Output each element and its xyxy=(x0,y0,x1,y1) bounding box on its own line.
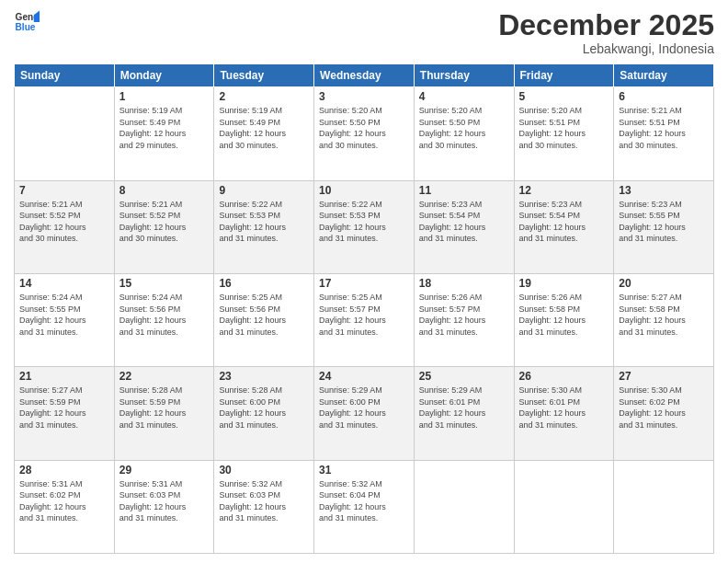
cell-info: Sunrise: 5:21 AM Sunset: 5:52 PM Dayligh… xyxy=(119,199,210,245)
cell-info: Sunrise: 5:29 AM Sunset: 6:01 PM Dayligh… xyxy=(419,385,509,431)
calendar-cell: 3Sunrise: 5:20 AM Sunset: 5:50 PM Daylig… xyxy=(314,87,415,180)
day-number: 28 xyxy=(19,464,109,477)
cell-info: Sunrise: 5:27 AM Sunset: 5:58 PM Dayligh… xyxy=(619,292,709,338)
week-row-2: 7Sunrise: 5:21 AM Sunset: 5:52 PM Daylig… xyxy=(15,180,714,273)
col-saturday: Saturday xyxy=(614,64,714,87)
calendar-cell: 17Sunrise: 5:25 AM Sunset: 5:57 PM Dayli… xyxy=(314,273,415,366)
cell-info: Sunrise: 5:20 AM Sunset: 5:50 PM Dayligh… xyxy=(319,105,409,151)
cell-info: Sunrise: 5:32 AM Sunset: 6:04 PM Dayligh… xyxy=(319,478,409,524)
calendar-cell: 19Sunrise: 5:26 AM Sunset: 5:58 PM Dayli… xyxy=(514,273,614,366)
calendar-cell: 23Sunrise: 5:28 AM Sunset: 6:00 PM Dayli… xyxy=(214,367,314,460)
calendar-cell xyxy=(15,87,115,180)
calendar-cell: 18Sunrise: 5:26 AM Sunset: 5:57 PM Dayli… xyxy=(414,273,514,366)
header: General Blue December 2025 Lebakwangi, I… xyxy=(14,9,714,56)
cell-info: Sunrise: 5:23 AM Sunset: 5:55 PM Dayligh… xyxy=(619,199,709,245)
day-number: 16 xyxy=(219,277,309,290)
cell-info: Sunrise: 5:26 AM Sunset: 5:58 PM Dayligh… xyxy=(519,292,609,338)
day-number: 25 xyxy=(419,370,509,383)
month-title: December 2025 xyxy=(498,9,714,41)
calendar-cell xyxy=(614,460,714,553)
col-tuesday: Tuesday xyxy=(214,64,314,87)
cell-info: Sunrise: 5:29 AM Sunset: 6:00 PM Dayligh… xyxy=(319,385,409,431)
day-number: 27 xyxy=(619,370,709,383)
cell-info: Sunrise: 5:21 AM Sunset: 5:52 PM Dayligh… xyxy=(19,199,109,245)
cell-info: Sunrise: 5:23 AM Sunset: 5:54 PM Dayligh… xyxy=(519,199,609,245)
day-number: 31 xyxy=(319,464,409,477)
calendar-cell: 31Sunrise: 5:32 AM Sunset: 6:04 PM Dayli… xyxy=(314,460,415,553)
col-monday: Monday xyxy=(114,64,214,87)
title-block: December 2025 Lebakwangi, Indonesia xyxy=(498,9,714,56)
calendar-table: Sunday Monday Tuesday Wednesday Thursday… xyxy=(14,63,714,554)
logo: General Blue xyxy=(14,9,40,35)
calendar-cell: 2Sunrise: 5:19 AM Sunset: 5:49 PM Daylig… xyxy=(214,87,314,180)
cell-info: Sunrise: 5:25 AM Sunset: 5:57 PM Dayligh… xyxy=(319,292,409,338)
day-number: 2 xyxy=(219,90,309,103)
day-number: 22 xyxy=(119,370,210,383)
week-row-4: 21Sunrise: 5:27 AM Sunset: 5:59 PM Dayli… xyxy=(15,367,714,460)
calendar-cell: 29Sunrise: 5:31 AM Sunset: 6:03 PM Dayli… xyxy=(114,460,214,553)
week-row-5: 28Sunrise: 5:31 AM Sunset: 6:02 PM Dayli… xyxy=(15,460,714,553)
cell-info: Sunrise: 5:24 AM Sunset: 5:56 PM Dayligh… xyxy=(119,292,210,338)
day-number: 24 xyxy=(319,370,409,383)
cell-info: Sunrise: 5:20 AM Sunset: 5:50 PM Dayligh… xyxy=(419,105,509,151)
cell-info: Sunrise: 5:24 AM Sunset: 5:55 PM Dayligh… xyxy=(19,292,109,338)
calendar-cell: 27Sunrise: 5:30 AM Sunset: 6:02 PM Dayli… xyxy=(614,367,714,460)
col-thursday: Thursday xyxy=(414,64,514,87)
day-number: 3 xyxy=(319,90,409,103)
cell-info: Sunrise: 5:32 AM Sunset: 6:03 PM Dayligh… xyxy=(219,478,309,524)
calendar-cell xyxy=(414,460,514,553)
calendar-cell: 16Sunrise: 5:25 AM Sunset: 5:56 PM Dayli… xyxy=(214,273,314,366)
cell-info: Sunrise: 5:28 AM Sunset: 5:59 PM Dayligh… xyxy=(119,385,210,431)
calendar-cell: 13Sunrise: 5:23 AM Sunset: 5:55 PM Dayli… xyxy=(614,180,714,273)
calendar-cell: 25Sunrise: 5:29 AM Sunset: 6:01 PM Dayli… xyxy=(414,367,514,460)
calendar-cell: 20Sunrise: 5:27 AM Sunset: 5:58 PM Dayli… xyxy=(614,273,714,366)
day-number: 20 xyxy=(619,277,709,290)
calendar-cell: 11Sunrise: 5:23 AM Sunset: 5:54 PM Dayli… xyxy=(414,180,514,273)
day-number: 19 xyxy=(519,277,609,290)
cell-info: Sunrise: 5:22 AM Sunset: 5:53 PM Dayligh… xyxy=(219,199,309,245)
calendar-cell: 28Sunrise: 5:31 AM Sunset: 6:02 PM Dayli… xyxy=(15,460,115,553)
week-row-1: 1Sunrise: 5:19 AM Sunset: 5:49 PM Daylig… xyxy=(15,87,714,180)
day-number: 13 xyxy=(619,184,709,197)
calendar-cell: 5Sunrise: 5:20 AM Sunset: 5:51 PM Daylig… xyxy=(514,87,614,180)
col-wednesday: Wednesday xyxy=(314,64,415,87)
calendar-cell xyxy=(514,460,614,553)
cell-info: Sunrise: 5:19 AM Sunset: 5:49 PM Dayligh… xyxy=(119,105,210,151)
calendar-cell: 7Sunrise: 5:21 AM Sunset: 5:52 PM Daylig… xyxy=(15,180,115,273)
cell-info: Sunrise: 5:20 AM Sunset: 5:51 PM Dayligh… xyxy=(519,105,609,151)
day-number: 30 xyxy=(219,464,309,477)
day-number: 6 xyxy=(619,90,709,103)
week-row-3: 14Sunrise: 5:24 AM Sunset: 5:55 PM Dayli… xyxy=(15,273,714,366)
day-number: 21 xyxy=(19,370,109,383)
day-number: 15 xyxy=(119,277,210,290)
day-number: 12 xyxy=(519,184,609,197)
svg-text:Blue: Blue xyxy=(16,22,36,32)
day-number: 9 xyxy=(219,184,309,197)
day-number: 5 xyxy=(519,90,609,103)
calendar-cell: 12Sunrise: 5:23 AM Sunset: 5:54 PM Dayli… xyxy=(514,180,614,273)
calendar-cell: 26Sunrise: 5:30 AM Sunset: 6:01 PM Dayli… xyxy=(514,367,614,460)
calendar-cell: 24Sunrise: 5:29 AM Sunset: 6:00 PM Dayli… xyxy=(314,367,415,460)
day-number: 23 xyxy=(219,370,309,383)
day-number: 10 xyxy=(319,184,409,197)
day-number: 14 xyxy=(19,277,109,290)
day-number: 18 xyxy=(419,277,509,290)
day-number: 29 xyxy=(119,464,210,477)
cell-info: Sunrise: 5:26 AM Sunset: 5:57 PM Dayligh… xyxy=(419,292,509,338)
cell-info: Sunrise: 5:27 AM Sunset: 5:59 PM Dayligh… xyxy=(19,385,109,431)
day-number: 11 xyxy=(419,184,509,197)
header-row: Sunday Monday Tuesday Wednesday Thursday… xyxy=(15,64,714,87)
calendar-cell: 9Sunrise: 5:22 AM Sunset: 5:53 PM Daylig… xyxy=(214,180,314,273)
cell-info: Sunrise: 5:22 AM Sunset: 5:53 PM Dayligh… xyxy=(319,199,409,245)
location: Lebakwangi, Indonesia xyxy=(498,41,714,56)
calendar-cell: 10Sunrise: 5:22 AM Sunset: 5:53 PM Dayli… xyxy=(314,180,415,273)
calendar-cell: 8Sunrise: 5:21 AM Sunset: 5:52 PM Daylig… xyxy=(114,180,214,273)
col-friday: Friday xyxy=(514,64,614,87)
calendar-cell: 15Sunrise: 5:24 AM Sunset: 5:56 PM Dayli… xyxy=(114,273,214,366)
calendar-cell: 6Sunrise: 5:21 AM Sunset: 5:51 PM Daylig… xyxy=(614,87,714,180)
cell-info: Sunrise: 5:21 AM Sunset: 5:51 PM Dayligh… xyxy=(619,105,709,151)
page: General Blue December 2025 Lebakwangi, I… xyxy=(0,0,728,563)
calendar-cell: 30Sunrise: 5:32 AM Sunset: 6:03 PM Dayli… xyxy=(214,460,314,553)
day-number: 17 xyxy=(319,277,409,290)
logo-icon: General Blue xyxy=(14,9,40,35)
